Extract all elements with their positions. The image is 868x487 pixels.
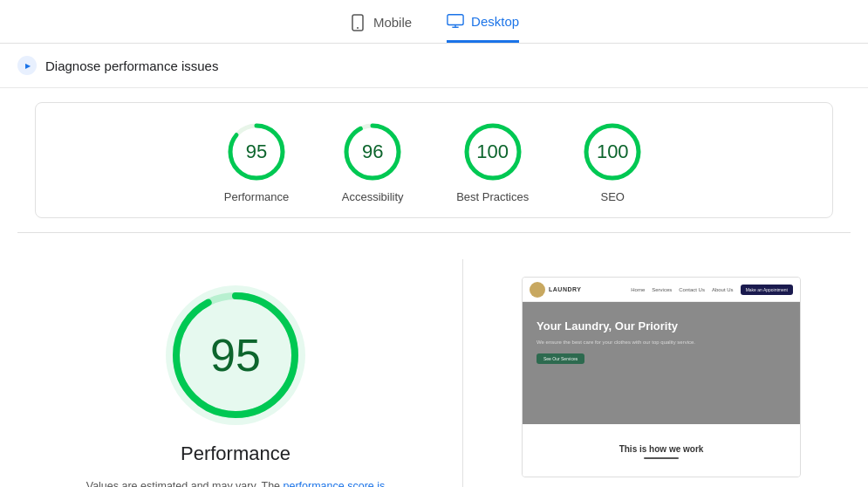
preview-logo: LAUNDRY [530,282,581,298]
big-score-circle: 95 [166,285,305,425]
score-card-seo: 100 SEO [581,120,644,203]
score-value-performance: 95 [246,141,267,163]
score-label-best-practices: Best Practices [456,190,529,203]
tab-mobile[interactable]: Mobile [349,14,412,42]
preview-bottom-text: This is how we work [619,444,704,454]
tab-bar: Mobile Desktop [0,0,868,44]
left-panel: 95 Performance Values are estimated and … [17,259,454,487]
preview-hero: Your Laundry, Our Priority We ensure the… [523,302,800,424]
score-value-seo: 100 [597,141,629,163]
score-card-best-practices: 100 Best Practices [456,120,529,203]
preview-nav: LAUNDRY Home Services Contact Us About U… [523,278,800,302]
svg-point-1 [357,27,359,29]
preview-hero-btn: See Our Services [537,353,584,364]
score-value-best-practices: 100 [476,141,509,163]
preview-logo-icon [530,282,545,298]
score-circle-seo: 100 [581,120,644,183]
diagnose-title: Diagnose performance issues [45,58,218,73]
preview-nav-about: About Us [712,287,734,292]
preview-cta-button: Make an Appointment [741,285,793,295]
preview-hero-title: Your Laundry, Our Priority [537,319,786,334]
score-description: Values are estimated and may vary. The p… [79,477,393,487]
desktop-icon [447,12,464,30]
score-value-accessibility: 96 [362,141,383,163]
right-panel: LAUNDRY Home Services Contact Us About U… [472,259,851,487]
preview-nav-links: Home Services Contact Us About Us Make a… [631,285,793,295]
diagnose-bar: Diagnose performance issues [0,44,868,88]
preview-hero-subtitle: We ensure the best care for your clothes… [537,340,786,345]
tab-mobile-label: Mobile [373,15,412,30]
preview-nav-home: Home [631,287,645,292]
tab-desktop-label: Desktop [471,14,519,29]
score-circle-accessibility: 96 [341,120,404,183]
score-card-accessibility: 96 Accessibility [341,120,404,203]
diagnose-icon [17,56,37,75]
score-cards-wrapper: 95 Performance 96 Accessibility 10 [0,88,868,218]
preview-nav-contact: Contact Us [679,287,705,292]
score-cards: 95 Performance 96 Accessibility 10 [35,102,833,218]
preview-bottom: This is how we work [523,424,800,477]
section-divider [17,232,851,233]
mobile-icon [349,14,366,31]
preview-bottom-underline [644,457,679,459]
website-preview: LAUNDRY Home Services Contact Us About U… [522,277,801,477]
big-score-value: 95 [210,329,261,381]
score-card-performance: 95 Performance [224,120,289,203]
score-label-seo: SEO [601,190,625,203]
tab-desktop[interactable]: Desktop [447,12,519,43]
svg-rect-2 [448,15,463,25]
preview-nav-services: Services [652,287,672,292]
big-score-label: Performance [181,442,290,465]
score-circle-performance: 95 [225,120,288,183]
score-circle-best-practices: 100 [461,120,524,183]
score-label-accessibility: Accessibility [342,190,404,203]
preview-brand: LAUNDRY [549,286,581,292]
main-content: 95 Performance Values are estimated and … [0,242,868,487]
vertical-divider [462,259,463,487]
score-label-performance: Performance [224,190,289,203]
